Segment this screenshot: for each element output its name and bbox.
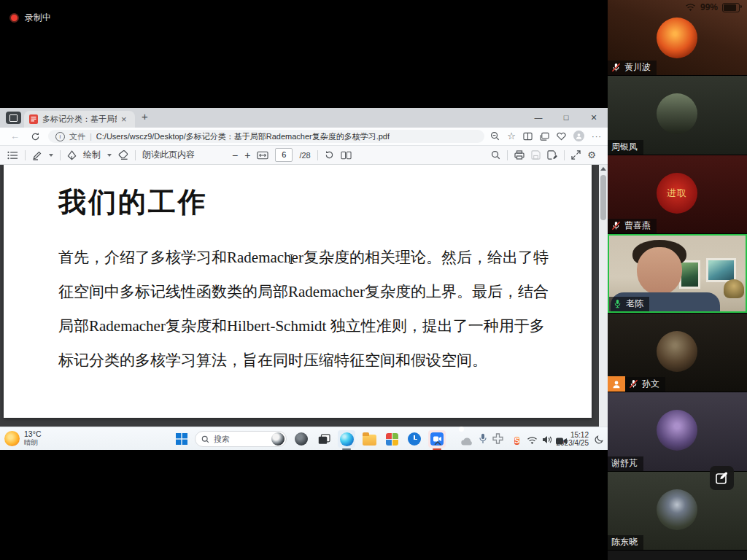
wifi-tray-icon[interactable] <box>527 435 538 448</box>
highlighter-icon[interactable] <box>32 150 42 160</box>
new-tab-button[interactable]: + <box>142 110 148 122</box>
search-placeholder: 搜索 <box>214 434 230 445</box>
participant-tile-laochen-active-speaker[interactable]: 老陈 <box>608 234 747 313</box>
page-count-label: /28 <box>299 151 310 160</box>
window-minimize-button[interactable]: — <box>525 108 552 128</box>
avatar <box>657 18 697 58</box>
participant-tile-zhouyinfeng[interactable]: 周银凤 <box>608 76 747 155</box>
read-aloud-button[interactable]: 朗读此页内容 <box>142 149 195 161</box>
host-badge <box>608 376 625 392</box>
scroll-up-arrow[interactable] <box>600 167 606 171</box>
microphone-tray-icon[interactable] <box>479 433 487 447</box>
print-icon[interactable] <box>514 150 525 160</box>
clock-date: 2023/4/25 <box>557 439 589 447</box>
search-icon[interactable] <box>491 150 500 160</box>
zoom-in-button[interactable]: + <box>244 149 250 161</box>
browser-tab-active[interactable]: 多标记分类：基于局部Rademac × <box>24 111 135 128</box>
rotate-icon[interactable] <box>325 150 334 160</box>
address-bar[interactable]: i 文件 | C:/Users/wscz9/Desktop/多标记分类：基于局部… <box>48 130 484 143</box>
body-line: 征空间中多标记线性函数类的局部Rademacher复杂度的上界。最后，结合 <box>58 275 549 309</box>
participant-name: 孙文 <box>642 379 659 389</box>
pdf-file-icon <box>29 114 38 124</box>
clock-time: 15:12 <box>570 431 589 439</box>
window-maximize-button[interactable]: □ <box>552 108 580 128</box>
body-line: 首先，介绍了多核学习和Rademacher复杂度的相关理论。然后，给出了特 <box>58 241 549 275</box>
search-highlight-image[interactable] <box>271 432 285 446</box>
speaker-video <box>637 247 682 295</box>
sogou-input-tray-icon[interactable]: S <box>514 433 519 446</box>
weather-temp: 13°C <box>24 430 41 438</box>
volume-tray-icon[interactable] <box>542 434 552 447</box>
pdf-toolbar-center: − + 6 /28 <box>232 146 352 164</box>
annotation-tool-button[interactable] <box>710 466 734 490</box>
app-grid-button[interactable] <box>383 430 400 448</box>
cloud-tray-icon[interactable] <box>461 435 473 448</box>
more-menu-button[interactable]: ··· <box>592 132 602 141</box>
profile-avatar[interactable] <box>573 131 584 141</box>
participant-tile-xieshufan[interactable]: 谢舒芃 <box>608 392 747 471</box>
weather-widget[interactable]: 13°C 晴朗 <box>4 430 41 446</box>
divider <box>317 150 318 160</box>
save-icon[interactable] <box>531 150 541 160</box>
taskbar-app-icons <box>293 430 446 448</box>
chevron-down-icon[interactable] <box>49 154 53 157</box>
participant-name: 老陈 <box>626 299 643 308</box>
participant-tile-caoxiyan[interactable]: 进取 曹喜燕 <box>608 155 747 233</box>
person-icon <box>612 380 621 389</box>
participant-name-label: 老陈 <box>609 297 649 311</box>
collections-icon[interactable] <box>540 132 549 141</box>
taskbar-clock[interactable]: 15:12 2023/4/25 <box>557 432 589 447</box>
settings-gear-icon[interactable]: ⚙ <box>587 150 596 160</box>
page-view-icon[interactable] <box>341 151 352 160</box>
participant-tile-huangchuanbo[interactable]: 99% 黄川波 <box>608 0 747 75</box>
hidden-icons-chevron[interactable] <box>434 435 441 448</box>
speaker-video <box>724 279 744 298</box>
screen-share-area: 多标记分类：基于局部Rademac × + — □ × ← i 文件 <box>0 0 608 560</box>
tab-close-button[interactable]: × <box>121 114 127 124</box>
remote-tool-tray-icon[interactable] <box>492 433 503 447</box>
task-view-icon <box>318 434 330 445</box>
tab-actions-button[interactable] <box>6 112 21 124</box>
divider <box>60 150 61 160</box>
taskbar-search-box[interactable]: 搜索 <box>195 431 287 447</box>
eraser-icon[interactable] <box>118 150 128 160</box>
table-of-contents-icon[interactable] <box>7 151 18 160</box>
participant-tile-sunwen[interactable]: 孙文 <box>608 314 747 392</box>
window-glyph-icon <box>9 114 18 122</box>
window-close-button[interactable]: × <box>580 108 608 128</box>
pdf-toolbar-right: ⚙ <box>491 146 596 164</box>
recording-dot-icon <box>9 13 19 23</box>
split-screen-icon[interactable] <box>523 132 533 141</box>
draw-pen-icon[interactable] <box>67 150 77 160</box>
fullscreen-icon[interactable] <box>571 150 581 160</box>
participant-name-label: 周银凤 <box>608 140 643 155</box>
scrollbar-thumb[interactable] <box>600 175 606 220</box>
zoom-indicator-icon[interactable] <box>490 131 500 141</box>
favorites-star-icon[interactable]: ☆ <box>507 131 516 141</box>
clock-app-button[interactable] <box>406 430 423 448</box>
browser-essentials-icon[interactable] <box>557 132 566 141</box>
save-as-icon[interactable] <box>547 150 557 160</box>
chevron-down-icon[interactable] <box>107 154 112 157</box>
zoom-out-button[interactable]: − <box>232 149 238 161</box>
pdf-scrollbar[interactable] <box>599 165 608 427</box>
slide-title: 我们的工作 <box>58 184 208 221</box>
page-number-input[interactable]: 6 <box>275 148 293 162</box>
mic-on-icon <box>613 299 622 308</box>
fit-to-width-icon[interactable] <box>257 151 268 160</box>
task-view-button[interactable] <box>315 430 333 448</box>
taskbar-app-button[interactable] <box>293 430 310 448</box>
notification-moon-icon[interactable] <box>595 434 604 447</box>
avatar <box>657 489 697 530</box>
refresh-button[interactable] <box>31 131 40 144</box>
page-info-icon[interactable]: i <box>55 132 65 141</box>
back-button[interactable]: ← <box>10 131 20 141</box>
wall-painting <box>679 260 700 289</box>
search-icon <box>201 435 209 443</box>
start-button[interactable] <box>176 433 187 448</box>
file-explorer-button[interactable] <box>360 430 378 448</box>
draw-label[interactable]: 绘制 <box>83 149 101 161</box>
edge-taskbar-button[interactable] <box>338 430 355 448</box>
address-scheme-label: 文件 <box>69 131 85 142</box>
active-app-indicator <box>342 448 351 451</box>
